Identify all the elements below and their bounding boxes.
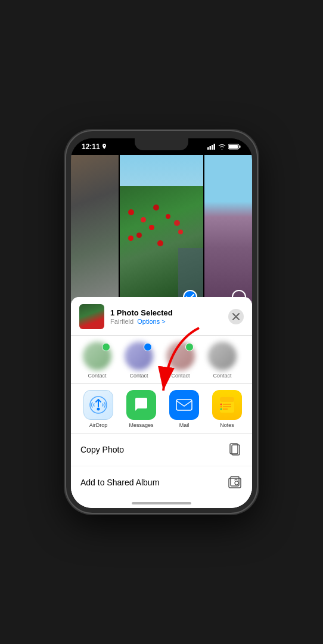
wifi-icon: [218, 144, 226, 150]
svg-point-18: [220, 408, 222, 410]
app-item-more[interactable]: Re...: [249, 390, 252, 428]
photo-cherry-tree[interactable]: [120, 155, 203, 310]
notes-icon: [212, 390, 242, 420]
share-options-link[interactable]: Options >: [137, 318, 165, 325]
photo-dog[interactable]: [71, 155, 119, 310]
app-name-messages: Messages: [129, 422, 153, 428]
apps-row: AirDrop Messages: [71, 384, 252, 434]
share-sheet: 1 Photo Selected Fairfield Options >: [71, 297, 252, 508]
status-time: 12:11: [82, 143, 100, 151]
contact-avatar: [208, 342, 237, 370]
share-close-button[interactable]: [228, 309, 244, 324]
airdrop-icon: [83, 390, 113, 420]
contact-avatar: [125, 342, 153, 370]
app-item-airdrop[interactable]: AirDrop: [77, 390, 120, 428]
share-header: 1 Photo Selected Fairfield Options >: [71, 297, 252, 336]
svg-point-16: [220, 404, 222, 405]
contact-name: Contact: [163, 373, 198, 379]
contact-name: Contact: [79, 373, 115, 379]
action-shared-album[interactable]: Add to Shared Album: [71, 466, 252, 499]
photos-area: [71, 155, 252, 310]
svg-point-9: [97, 408, 100, 411]
share-thumbnail: [79, 304, 104, 329]
svg-rect-0: [207, 147, 209, 150]
location-icon: [102, 144, 107, 150]
contact-item[interactable]: Contact: [79, 342, 115, 379]
contact-avatar: [83, 342, 111, 370]
screen-content: 1 Photo Selected Fairfield Options >: [71, 155, 252, 508]
home-indicator: [132, 502, 191, 504]
action-copy-photo[interactable]: Copy Photo: [71, 434, 252, 466]
contact-item[interactable]: Contact: [204, 342, 240, 379]
app-item-messages[interactable]: Messages: [120, 390, 163, 428]
contact-name: Contact: [121, 373, 157, 379]
app-name-notes: Notes: [220, 422, 234, 428]
signal-icon: [207, 144, 216, 150]
svg-point-26: [235, 481, 238, 485]
app-name-airdrop: AirDrop: [89, 422, 108, 428]
app-item-notes[interactable]: Notes: [206, 390, 249, 428]
svg-rect-6: [229, 145, 238, 148]
svg-rect-5: [240, 145, 241, 148]
phone-screen: 12:11: [71, 138, 252, 508]
share-subtitle: Fairfield Options >: [110, 318, 222, 325]
photo-girl[interactable]: [204, 155, 252, 310]
svg-rect-1: [210, 146, 212, 150]
svg-rect-2: [212, 145, 213, 150]
app-item-mail[interactable]: Mail: [163, 390, 206, 428]
album-icon: [227, 475, 243, 490]
svg-rect-10: [176, 400, 192, 410]
action-album-label: Add to Shared Album: [80, 478, 159, 487]
contacts-row: Contact Contact Cont: [71, 336, 252, 384]
share-title: 1 Photo Selected: [110, 308, 222, 317]
action-copy-label: Copy Photo: [80, 445, 124, 454]
share-header-text: 1 Photo Selected Fairfield Options >: [110, 308, 222, 325]
status-icons: [207, 144, 241, 150]
battery-icon: [228, 144, 241, 150]
mail-icon: [169, 390, 199, 420]
contact-item[interactable]: Contact: [121, 342, 157, 379]
app-name-mail: Mail: [179, 422, 190, 428]
contact-avatar: [166, 342, 195, 370]
phone-frame: 12:11: [66, 131, 257, 513]
notch: [135, 138, 188, 150]
contact-item[interactable]: Contact: [163, 342, 198, 379]
svg-rect-3: [214, 144, 216, 150]
svg-rect-12: [220, 397, 234, 402]
contact-name: Contact: [204, 373, 240, 379]
copy-icon: [227, 442, 243, 457]
svg-point-17: [220, 406, 222, 408]
messages-icon: [126, 390, 156, 420]
